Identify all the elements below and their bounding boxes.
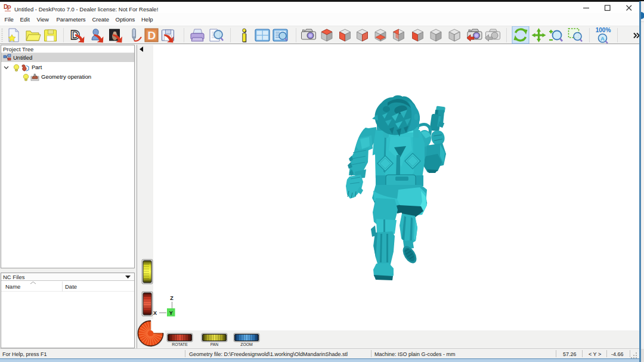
svg-text:D: D [148,29,156,42]
svg-text:100%: 100% [596,27,611,33]
svg-text:ROTATE: ROTATE [172,342,188,346]
svg-text:X: X [153,310,157,316]
svg-text:ZOOM: ZOOM [240,342,253,346]
svg-text:A: A [600,35,605,42]
svg-text:Y: Y [169,310,173,316]
svg-text:PAN: PAN [210,342,219,346]
svg-text:Z: Z [170,295,174,301]
svg-text:P: P [7,5,11,11]
